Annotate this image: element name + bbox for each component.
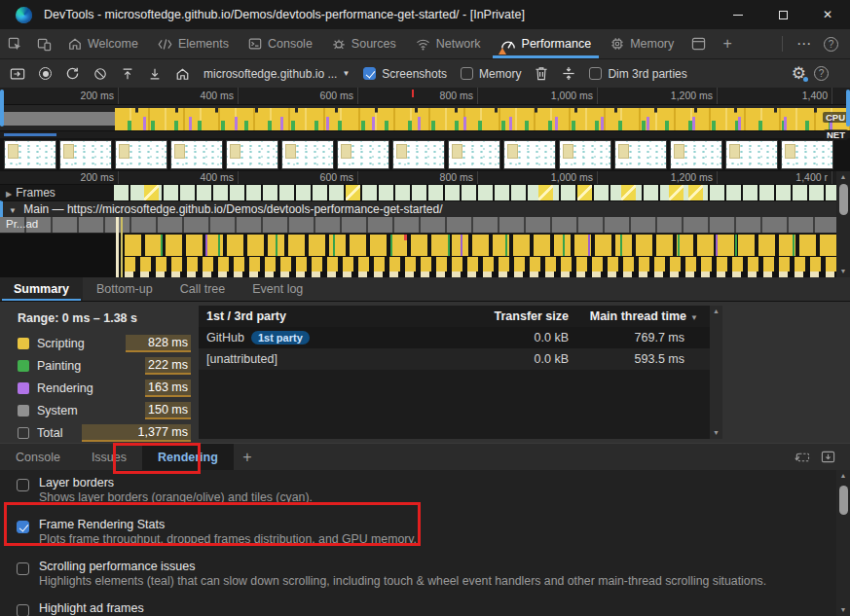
net-overview-chart[interactable]: NET (0, 130, 850, 138)
screenshots-checkbox[interactable]: Screenshots (363, 67, 447, 81)
close-button[interactable]: ✕ (805, 0, 850, 29)
live-metrics-icon[interactable] (10, 67, 25, 81)
tab-elements[interactable]: Elements (148, 29, 239, 58)
tab-network[interactable]: Network (406, 29, 491, 58)
tab-call-tree[interactable]: Call tree (166, 277, 240, 301)
maximize-button[interactable] (760, 0, 805, 29)
setting-highlight-ad-frames[interactable]: Highlight ad frames Highlights frames (r… (0, 596, 836, 616)
table-row[interactable]: [unattributed] 0.0 kB 593.5 ms (199, 348, 722, 370)
more-options-icon[interactable]: ⋯ (789, 35, 820, 53)
screenshot-thumbnail[interactable] (670, 140, 722, 169)
table-scrollbar[interactable]: ▲ ▼ (710, 306, 722, 439)
save-profile-icon[interactable] (148, 67, 162, 81)
frames-strip[interactable] (114, 185, 836, 200)
inspect-element-icon[interactable] (0, 29, 29, 58)
setting-scrolling-performance[interactable]: Scrolling performance issues Highlights … (0, 554, 836, 596)
add-drawer-tab-icon[interactable]: + (234, 444, 261, 470)
sort-descending-icon: ▼ (690, 313, 698, 322)
screenshot-thumbnail[interactable] (281, 140, 334, 169)
partial-frame[interactable] (577, 185, 592, 200)
window-title: DevTools - microsoftedge.github.io/Demos… (44, 8, 525, 21)
tab-performance[interactable]: Performance (491, 29, 602, 58)
screenshot-thumbnail[interactable] (614, 140, 667, 169)
task-row[interactable]: Pr...ad (0, 217, 836, 234)
chip-icon (610, 37, 624, 51)
collapse-icon[interactable] (562, 66, 575, 81)
flame-scrollbar[interactable]: ▲ ▼ (836, 171, 850, 277)
partial-frame[interactable] (346, 185, 360, 200)
screenshot-thumbnail[interactable] (170, 140, 223, 169)
tab-summary[interactable]: Summary (0, 277, 83, 301)
home-icon[interactable] (175, 67, 190, 81)
device-emulation-icon[interactable] (29, 29, 58, 58)
screenshot-thumbnail[interactable] (337, 140, 389, 169)
tab-console-drawer[interactable]: Console (0, 444, 76, 470)
add-tab-icon[interactable]: + (713, 29, 742, 58)
tab-console[interactable]: Console (239, 29, 322, 58)
tab-welcome[interactable]: Welcome (58, 29, 148, 58)
console-icon (248, 37, 262, 51)
tab-bottom-up[interactable]: Bottom-up (83, 277, 166, 301)
forced-reflow-marker (404, 235, 407, 240)
dim-3rd-parties-checkbox[interactable]: Dim 3rd parties (589, 67, 686, 81)
overview-left-handle[interactable] (0, 90, 4, 127)
party-table-header[interactable]: 1st / 3rd party Transfer size Main threa… (199, 306, 722, 327)
table-row[interactable]: GitHub1st party 0.0 kB 769.7 ms (199, 327, 722, 348)
screenshot-thumbnail[interactable] (725, 140, 778, 169)
tab-rendering[interactable]: Rendering (142, 444, 234, 470)
screenshot-thumbnail[interactable] (115, 140, 167, 169)
screenshot-thumbnail[interactable] (448, 140, 500, 169)
partial-frame[interactable] (669, 185, 684, 200)
trash-icon[interactable] (535, 66, 548, 81)
clear-icon[interactable] (93, 67, 107, 81)
memory-checkbox[interactable]: Memory (461, 67, 521, 81)
screenshot-thumbnail[interactable] (781, 140, 833, 169)
partial-frame[interactable] (144, 185, 159, 200)
screenshot-thumbnail[interactable] (4, 140, 56, 169)
screenshot-thumbnail[interactable] (503, 140, 556, 169)
tab-memory[interactable]: Memory (601, 29, 684, 58)
partial-frame[interactable] (538, 185, 553, 200)
screenshot-thumbnail[interactable] (226, 140, 278, 169)
screenshot-thumbnail[interactable] (59, 140, 112, 169)
flame-row-3[interactable] (125, 257, 836, 272)
record-button[interactable] (39, 67, 52, 80)
tab-sources[interactable]: Sources (322, 29, 406, 58)
panel-layout-icon[interactable] (684, 29, 713, 58)
cpu-overview-chart[interactable]: CPU (0, 105, 850, 130)
detail-ruler: 200 ms400 ms600 ms800 ms1,000 ms1,200 ms… (0, 171, 850, 185)
checkbox[interactable] (17, 562, 29, 575)
help-icon[interactable]: ? (814, 66, 829, 81)
overview-right-handle[interactable] (846, 90, 850, 127)
timeline-overview[interactable]: 200 ms400 ms600 ms800 ms1,000 ms1,200 ms… (0, 88, 850, 171)
partial-frame[interactable] (621, 185, 636, 200)
tab-event-log[interactable]: Event log (239, 277, 316, 301)
ruler-tick: 800 ms (410, 88, 478, 104)
frames-track[interactable]: ▶Frames (0, 185, 850, 200)
title-bar: DevTools - microsoftedge.github.io/Demos… (0, 0, 850, 29)
main-track-header[interactable]: ▼ Main — https://microsoftedge.github.io… (0, 200, 850, 217)
devtools-window: DevTools - microsoftedge.github.io/Demos… (0, 0, 850, 616)
flame-row-2[interactable] (125, 235, 836, 256)
minimize-button[interactable] (716, 0, 760, 29)
screenshot-thumbnail[interactable] (559, 140, 611, 169)
record-and-reload-icon[interactable] (65, 66, 80, 81)
site-selector-dropdown[interactable]: microsoftedge.github.io ... ▼ (203, 67, 350, 81)
help-icon[interactable]: ? (824, 37, 838, 52)
capture-settings-gear-icon[interactable]: ⚙ (792, 65, 806, 82)
system-swatch (18, 405, 29, 417)
checkbox[interactable] (17, 521, 29, 533)
expand-drawer-icon[interactable] (820, 450, 836, 464)
checkbox[interactable] (17, 604, 29, 616)
screenshot-thumbnail[interactable] (392, 140, 445, 169)
load-profile-icon[interactable] (121, 67, 134, 81)
setting-frame-rendering-stats[interactable]: Frame Rendering Stats Plots frame throug… (0, 512, 836, 554)
flame-chart[interactable]: Pr...ad (0, 217, 836, 277)
setting-layer-borders[interactable]: Layer borders Shows layer borders (orang… (0, 470, 836, 512)
frames-track-label[interactable]: ▶Frames (0, 185, 114, 200)
tab-issues[interactable]: Issues (76, 444, 142, 470)
dock-drawer-icon[interactable] (794, 450, 810, 464)
drawer-scrollbar[interactable]: ▲ ▼ (836, 470, 850, 616)
checkbox[interactable] (17, 479, 29, 491)
partial-frame[interactable] (688, 185, 703, 200)
